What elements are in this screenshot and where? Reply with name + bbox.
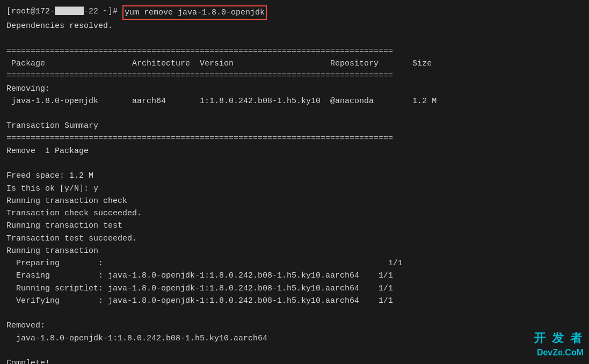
running-txn-test-line: Running transaction test bbox=[6, 220, 583, 232]
dep-resolved-line: Dependencies resolved. bbox=[6, 20, 583, 32]
running-txn-check-line: Running transaction check bbox=[6, 195, 583, 207]
blank-line-3 bbox=[6, 157, 583, 170]
blank-line-1 bbox=[6, 33, 583, 45]
separator-line-1: ========================================… bbox=[6, 45, 583, 57]
txn-summary-line: Transaction Summary bbox=[6, 120, 583, 132]
blank-line-5 bbox=[6, 345, 583, 357]
erasing-line: Erasing : java-1.8.0-openjdk-1:1.8.0.242… bbox=[6, 270, 583, 282]
watermark-chinese: 开 发 者 bbox=[534, 330, 584, 347]
terminal-window: [root@172-██████-22 ~]# yum remove java-… bbox=[0, 0, 589, 364]
removed-label-line: Removed: bbox=[6, 319, 583, 332]
preparing-line: Preparing : 1/1 bbox=[6, 257, 583, 270]
command-line: [root@172-██████-22 ~]# yum remove java-… bbox=[6, 5, 583, 20]
verifying-line: Verifying : java-1.8.0-openjdk-1:1.8.0.2… bbox=[6, 295, 583, 307]
prompt-text: [root@172-██████-22 ~]# bbox=[6, 5, 122, 20]
watermark-english: DevZe.CoM bbox=[534, 347, 584, 359]
removed-pkg-line: java-1.8.0-openjdk-1:1.8.0.242.b08-1.h5.… bbox=[6, 332, 583, 345]
running-txn-line: Running transaction bbox=[6, 245, 583, 257]
removing-label-line: Removing: bbox=[6, 83, 583, 95]
remove-count-line: Remove 1 Package bbox=[6, 145, 583, 157]
separator-line-3: ========================================… bbox=[6, 133, 583, 145]
is-ok-line: Is this ok [y/N]: y bbox=[6, 183, 583, 195]
txn-check-ok-line: Transaction check succeeded. bbox=[6, 207, 583, 220]
watermark: 开 发 者 DevZe.CoM bbox=[534, 330, 584, 359]
complete-line: Complete! bbox=[6, 357, 583, 364]
command-highlight: yum remove java-1.8.0-openjdk bbox=[122, 5, 267, 20]
table-header-line: Package Architecture Version Repository … bbox=[6, 57, 583, 70]
separator-line-2: ========================================… bbox=[6, 70, 583, 82]
freed-space-line: Freed space: 1.2 M bbox=[6, 170, 583, 182]
txn-test-ok-line: Transaction test succeeded. bbox=[6, 232, 583, 245]
package-row-line: java-1.8.0-openjdk aarch64 1:1.8.0.242.b… bbox=[6, 95, 583, 107]
blank-line-2 bbox=[6, 107, 583, 120]
blank-line-4 bbox=[6, 307, 583, 319]
scriptlet-line: Running scriptlet: java-1.8.0-openjdk-1:… bbox=[6, 282, 583, 295]
